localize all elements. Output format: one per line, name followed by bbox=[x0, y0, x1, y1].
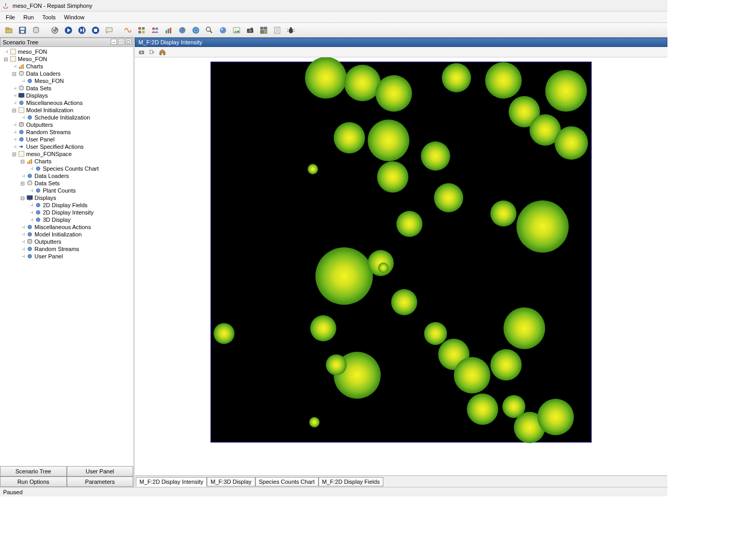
menu-window[interactable]: Window bbox=[61, 13, 88, 21]
display-tab[interactable]: M_F:3D Display bbox=[207, 477, 255, 486]
collapse-icon[interactable]: ⊟ bbox=[20, 195, 25, 200]
step-button[interactable] bbox=[76, 25, 88, 36]
tree-node[interactable]: ⊟meso_FONSpace bbox=[1, 150, 132, 158]
bug-button[interactable] bbox=[285, 25, 297, 36]
window-title: meso_FON - Repast Simphony bbox=[13, 3, 92, 9]
tree-node[interactable]: Miscellaneous Actions bbox=[1, 223, 132, 231]
collapse-icon[interactable]: ⊟ bbox=[11, 108, 17, 113]
tree-node[interactable]: Miscellaneous Actions bbox=[1, 99, 132, 106]
svg-rect-52 bbox=[21, 65, 22, 69]
tree-node[interactable]: User Specified Actions bbox=[1, 143, 132, 150]
chart-icon bbox=[26, 158, 33, 165]
sheet-button[interactable] bbox=[272, 25, 283, 36]
pic-button[interactable] bbox=[231, 25, 242, 36]
cam-button[interactable] bbox=[244, 25, 256, 36]
leaf-icon bbox=[11, 93, 17, 98]
tree-node[interactable]: Outputters bbox=[1, 121, 132, 128]
play-button[interactable] bbox=[63, 25, 74, 36]
tree-node[interactable]: ⊟Model Initialization bbox=[1, 106, 132, 114]
pie-button[interactable] bbox=[177, 25, 188, 36]
wave-button[interactable] bbox=[122, 25, 134, 36]
tree-node[interactable]: User Panel bbox=[1, 136, 132, 143]
leaf-icon bbox=[11, 64, 17, 69]
tree-node[interactable]: User Panel bbox=[1, 253, 132, 260]
left-panel-tabs: Scenario TreeUser PanelRun OptionsParame… bbox=[0, 466, 133, 487]
collapse-icon[interactable]: ⊟ bbox=[20, 159, 25, 164]
dot-icon bbox=[26, 114, 33, 121]
chart-button[interactable] bbox=[163, 25, 174, 36]
zoom-button[interactable] bbox=[204, 25, 215, 36]
collapse-icon[interactable]: ⊟ bbox=[11, 71, 17, 76]
users-button[interactable] bbox=[149, 25, 161, 36]
intensity-blob bbox=[424, 322, 447, 345]
display-header: M_F:2D Display Intensity bbox=[135, 38, 667, 47]
tree-node[interactable]: 2D Display Intensity bbox=[1, 209, 132, 216]
reset-button[interactable] bbox=[49, 25, 61, 36]
tree-node[interactable]: Model Initialization bbox=[1, 231, 132, 238]
tree-node[interactable]: ⊟Data Sets bbox=[1, 180, 132, 187]
svg-line-45 bbox=[287, 29, 288, 30]
tree-node[interactable]: ⊟Data Loaders bbox=[1, 70, 132, 77]
tree-node[interactable]: Random Streams bbox=[1, 128, 132, 136]
save-button[interactable] bbox=[17, 25, 28, 36]
dot-icon bbox=[26, 231, 33, 238]
collapse-icon[interactable]: ⊟ bbox=[20, 181, 25, 186]
collapse-icon[interactable]: ⊟ bbox=[3, 56, 8, 62]
display-tab[interactable]: M_F:2D Display Intensity bbox=[136, 477, 207, 486]
stop-button[interactable] bbox=[90, 25, 101, 36]
tree-node[interactable]: Data Sets bbox=[1, 85, 132, 92]
sphere-button[interactable] bbox=[217, 25, 229, 36]
left-tab-scenario-tree[interactable]: Scenario Tree bbox=[0, 466, 67, 476]
tree-node[interactable]: Data Loaders bbox=[1, 172, 132, 180]
tree-node[interactable]: Displays bbox=[1, 92, 132, 99]
statusbar: Paused bbox=[0, 487, 667, 496]
scenario-tree[interactable]: meso_FON⊟Meso_FONCharts⊟Data LoadersMeso… bbox=[0, 47, 133, 466]
home-icon[interactable] bbox=[159, 49, 166, 56]
open-button[interactable] bbox=[3, 25, 15, 36]
export-icon[interactable] bbox=[148, 49, 156, 56]
tree-node[interactable]: 2D Display Fields bbox=[1, 201, 132, 209]
left-tab-user-panel[interactable]: User Panel bbox=[67, 466, 134, 476]
tree-label: Random Streams bbox=[34, 246, 79, 252]
maximize-icon[interactable]: ▢ bbox=[125, 39, 132, 45]
menu-run[interactable]: Run bbox=[20, 13, 38, 21]
grid-button[interactable] bbox=[136, 25, 147, 36]
tree-node[interactable]: Outputters bbox=[1, 238, 132, 245]
tree-node[interactable]: Random Streams bbox=[1, 245, 132, 253]
tree-node[interactable]: 3D Display bbox=[1, 216, 132, 223]
svg-point-69 bbox=[37, 167, 40, 171]
msg-button[interactable] bbox=[103, 25, 115, 36]
leaf-icon bbox=[20, 78, 25, 84]
tree-node[interactable]: ⊟Displays bbox=[1, 194, 132, 201]
menu-file[interactable]: File bbox=[2, 13, 19, 21]
tree-node[interactable]: ⊟Meso_FON bbox=[1, 55, 132, 63]
svg-rect-16 bbox=[142, 31, 145, 33]
intensity-blob bbox=[375, 75, 412, 112]
db-icon bbox=[26, 180, 33, 187]
tiles-button[interactable] bbox=[258, 25, 269, 36]
display-tab[interactable]: Species Counts Chart bbox=[255, 477, 319, 486]
intensity-blob bbox=[310, 315, 336, 341]
globe-button[interactable] bbox=[190, 25, 202, 36]
dot-icon bbox=[26, 253, 33, 260]
left-tab-parameters[interactable]: Parameters bbox=[67, 476, 134, 487]
tree-node[interactable]: Charts bbox=[1, 63, 132, 70]
display-tab[interactable]: M_F:2D Display Fields bbox=[319, 477, 384, 486]
restore-icon[interactable]: □ bbox=[118, 39, 124, 45]
tree-node[interactable]: Species Counts Chart bbox=[1, 165, 132, 172]
tree-node[interactable]: meso_FON bbox=[1, 48, 132, 55]
tree-node[interactable]: Schedule Initialization bbox=[1, 114, 132, 121]
svg-rect-58 bbox=[20, 97, 22, 98]
tree-node[interactable]: Plant Counts bbox=[1, 187, 132, 194]
menu-tools[interactable]: Tools bbox=[39, 13, 60, 21]
left-tab-run-options[interactable]: Run Options bbox=[0, 476, 67, 487]
minimize-icon[interactable]: – bbox=[111, 39, 117, 45]
tree-label: Model Initialization bbox=[26, 107, 74, 113]
db-button[interactable] bbox=[30, 25, 42, 36]
simulation-canvas[interactable] bbox=[210, 62, 592, 443]
tree-label: Outputters bbox=[26, 122, 53, 128]
camera-icon[interactable] bbox=[138, 49, 145, 56]
tree-node[interactable]: ⊟Charts bbox=[1, 158, 132, 165]
collapse-icon[interactable]: ⊟ bbox=[11, 151, 17, 157]
tree-node[interactable]: Meso_FON bbox=[1, 77, 132, 85]
